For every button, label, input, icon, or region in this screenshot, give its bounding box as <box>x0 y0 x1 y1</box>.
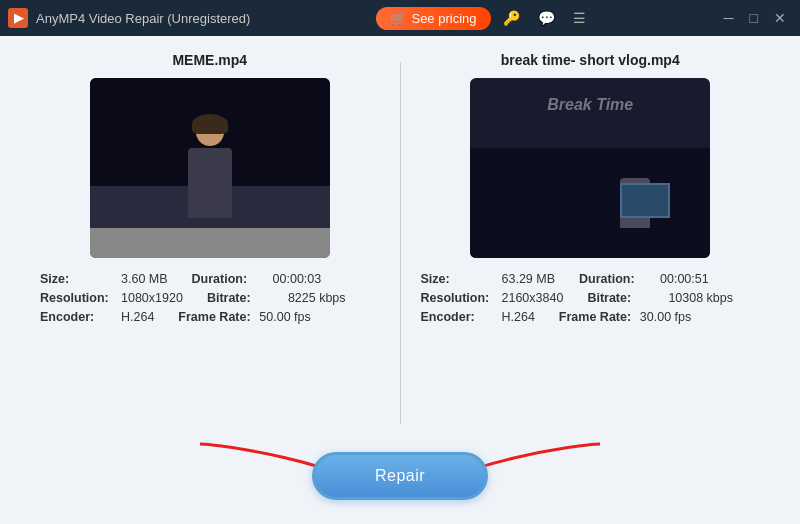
right-thumb-overlay-text: Break Time <box>547 96 633 114</box>
left-size-item: Size: 3.60 MB <box>40 272 168 286</box>
cart-icon: 🛒 <box>390 11 406 26</box>
right-duration-item: Duration: 00:00:51 <box>579 272 709 286</box>
right-encoder-item: Encoder: H.264 <box>421 310 535 324</box>
left-video-filename: MEME.mp4 <box>172 52 247 68</box>
right-video-info: Size: 63.29 MB Duration: 00:00:51 Resolu… <box>421 272 761 329</box>
right-framerate-item: Frame Rate: 30.00 fps <box>559 310 691 324</box>
left-video-thumbnail <box>90 78 330 258</box>
key-icon-button[interactable]: 🔑 <box>497 8 526 28</box>
close-button[interactable]: ✕ <box>768 8 792 28</box>
right-resolution-value: 2160x3840 <box>502 291 564 305</box>
left-info-row-2: Resolution: 1080x1920 Bitrate: 8225 kbps <box>40 291 380 305</box>
left-framerate-value: 50.00 fps <box>259 310 310 324</box>
right-size-value: 63.29 MB <box>502 272 556 286</box>
right-duration-label: Duration: <box>579 272 654 286</box>
left-encoder-label: Encoder: <box>40 310 115 324</box>
maximize-button[interactable]: □ <box>744 8 764 28</box>
left-figure-body <box>188 148 232 218</box>
right-bitrate-value: 10308 kbps <box>668 291 733 305</box>
right-video-filename: break time- short vlog.mp4 <box>501 52 680 68</box>
repair-button-wrapper: Repair <box>312 452 488 500</box>
left-bitrate-value: 8225 kbps <box>288 291 346 305</box>
main-content: MEME.mp4 Size: 3.60 MB <box>0 36 800 524</box>
right-info-row-1: Size: 63.29 MB Duration: 00:00:51 <box>421 272 761 286</box>
left-info-row-1: Size: 3.60 MB Duration: 00:00:03 <box>40 272 380 286</box>
right-video-thumbnail: Break Time <box>470 78 710 258</box>
title-bar-center: 🛒 See pricing 🔑 💬 ☰ <box>376 7 591 30</box>
left-duration-label: Duration: <box>192 272 267 286</box>
right-size-item: Size: 63.29 MB <box>421 272 556 286</box>
left-resolution-value: 1080x1920 <box>121 291 183 305</box>
left-size-value: 3.60 MB <box>121 272 168 286</box>
left-bitrate-label: Bitrate: <box>207 291 282 305</box>
app-icon: ▶ <box>8 8 28 28</box>
right-size-label: Size: <box>421 272 496 286</box>
right-bitrate-item: Bitrate: 10308 kbps <box>587 291 733 305</box>
left-size-label: Size: <box>40 272 115 286</box>
right-duration-value: 00:00:51 <box>660 272 709 286</box>
right-encoder-label: Encoder: <box>421 310 496 324</box>
left-video-panel: MEME.mp4 Size: 3.60 MB <box>20 52 400 434</box>
left-encoder-value: H.264 <box>121 310 154 324</box>
right-info-row-3: Encoder: H.264 Frame Rate: 30.00 fps <box>421 310 761 324</box>
title-bar-right: ─ □ ✕ <box>718 8 792 28</box>
chat-icon-button[interactable]: 💬 <box>532 8 561 28</box>
menu-icon-button[interactable]: ☰ <box>567 8 592 28</box>
left-bitrate-item: Bitrate: 8225 kbps <box>207 291 346 305</box>
left-resolution-label: Resolution: <box>40 291 115 305</box>
left-duration-value: 00:00:03 <box>273 272 322 286</box>
left-thumb-figure <box>180 118 240 228</box>
left-resolution-item: Resolution: 1080x1920 <box>40 291 183 305</box>
right-thumb-scene <box>470 148 710 258</box>
right-info-row-2: Resolution: 2160x3840 Bitrate: 10308 kbp… <box>421 291 761 305</box>
see-pricing-button[interactable]: 🛒 See pricing <box>376 7 490 30</box>
videos-section: MEME.mp4 Size: 3.60 MB <box>20 52 780 434</box>
left-video-info: Size: 3.60 MB Duration: 00:00:03 Resolut… <box>40 272 380 329</box>
left-framerate-label: Frame Rate: <box>178 310 253 324</box>
right-resolution-item: Resolution: 2160x3840 <box>421 291 564 305</box>
app-title: AnyMP4 Video Repair (Unregistered) <box>36 11 250 26</box>
left-info-row-3: Encoder: H.264 Frame Rate: 50.00 fps <box>40 310 380 324</box>
right-thumb-monitor <box>620 183 670 218</box>
left-figure-head <box>196 118 224 146</box>
right-framerate-label: Frame Rate: <box>559 310 634 324</box>
left-thumb-floor <box>90 228 330 258</box>
repair-button[interactable]: Repair <box>312 452 488 500</box>
right-framerate-value: 30.00 fps <box>640 310 691 324</box>
right-bitrate-label: Bitrate: <box>587 291 662 305</box>
title-bar-left: ▶ AnyMP4 Video Repair (Unregistered) <box>8 8 250 28</box>
left-duration-item: Duration: 00:00:03 <box>192 272 322 286</box>
right-resolution-label: Resolution: <box>421 291 496 305</box>
right-video-panel: break time- short vlog.mp4 Break Time Si… <box>401 52 781 434</box>
right-encoder-value: H.264 <box>502 310 535 324</box>
minimize-button[interactable]: ─ <box>718 8 740 28</box>
left-encoder-item: Encoder: H.264 <box>40 310 154 324</box>
title-bar: ▶ AnyMP4 Video Repair (Unregistered) 🛒 S… <box>0 0 800 36</box>
bottom-section: Repair <box>20 434 780 514</box>
left-framerate-item: Frame Rate: 50.00 fps <box>178 310 310 324</box>
left-figure-hair <box>192 114 228 134</box>
